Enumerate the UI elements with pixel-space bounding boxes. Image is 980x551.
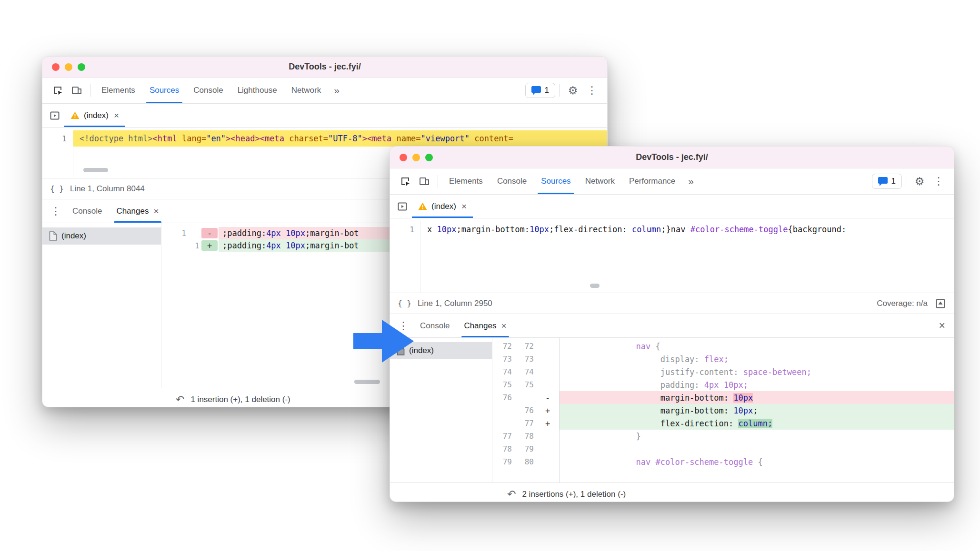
close-window-button[interactable] [400, 154, 407, 161]
diff-sign: - [201, 228, 218, 238]
code-token: 10px [733, 406, 753, 415]
code-token: ;margin-bottom: [456, 225, 530, 234]
minimize-window-button[interactable] [412, 154, 420, 161]
device-toolbar-icon[interactable] [415, 172, 434, 191]
close-changes-tab-icon[interactable]: × [501, 321, 506, 331]
horizontal-scrollbar-thumb[interactable] [590, 284, 600, 288]
drawer-tab-label: Changes [116, 207, 149, 216]
new-line-number: 76 [514, 404, 536, 417]
file-tab-index[interactable]: (index) × [64, 104, 125, 127]
diff-view: 7272 nav {7373 display: flex;7474 justif… [492, 338, 954, 482]
tab-network[interactable]: Network [284, 78, 328, 103]
drawer-tab-changes[interactable]: Changes × [109, 199, 166, 223]
inspect-element-icon[interactable] [48, 81, 67, 100]
issues-badge[interactable]: 1 [872, 174, 902, 189]
code-token [563, 419, 660, 428]
blue-arrow [353, 320, 414, 363]
old-line-number: 76 [492, 391, 514, 404]
tab-elements[interactable]: Elements [442, 168, 490, 194]
code-token: ; [753, 406, 758, 415]
old-line-number: 72 [492, 340, 514, 353]
code-line: 1 <!doctype html><html lang="en"><head><… [42, 130, 607, 147]
file-tab-index[interactable]: (index) × [412, 195, 473, 218]
new-line-number: 74 [514, 365, 536, 378]
window-controls [52, 57, 85, 77]
code-token: ;padding: [222, 241, 266, 250]
close-file-tab-icon[interactable]: × [461, 201, 467, 212]
minimize-window-button[interactable] [65, 63, 72, 71]
panel-tabs: Elements Sources Console Lighthouse Netw… [94, 78, 345, 103]
device-toolbar-icon[interactable] [67, 81, 86, 100]
file-list-item-index[interactable]: (index) [42, 227, 161, 245]
code-token: margin-bottom: [660, 406, 734, 415]
old-line-number: 78 [492, 443, 514, 455]
navigator-toggle-icon[interactable] [393, 197, 412, 216]
drawer-tab-console[interactable]: Console [65, 199, 109, 223]
changes-panel: (index) 7272 nav {7373 display: flex;747… [390, 338, 954, 482]
issues-count: 1 [545, 86, 549, 95]
code-token: column [632, 225, 661, 234]
tab-sources[interactable]: Sources [534, 168, 578, 194]
drawer-menu-icon[interactable]: ⋮ [46, 202, 65, 221]
tab-network[interactable]: Network [578, 168, 622, 194]
more-options-icon[interactable]: ⋮ [929, 172, 948, 191]
pretty-print-icon[interactable]: { } [50, 184, 64, 193]
window-title: DevTools - jec.fyi/ [42, 62, 607, 72]
message-bubble-icon [531, 86, 541, 95]
pretty-print-icon[interactable]: { } [398, 299, 411, 308]
code-token: > [362, 134, 367, 143]
code-token: content= [470, 134, 513, 143]
tab-lighthouse[interactable]: Lighthouse [230, 78, 284, 103]
tab-performance[interactable]: Performance [622, 168, 682, 194]
new-line-number: 75 [514, 378, 536, 391]
file-icon [49, 231, 57, 241]
code-token: 4px 10px [266, 241, 305, 250]
code-token [563, 457, 636, 467]
code-token: ;margin-bot [305, 241, 359, 250]
toolbar-divider [906, 175, 906, 187]
revert-icon[interactable]: ↶ [176, 394, 184, 406]
code-token [563, 354, 660, 364]
inspect-element-icon[interactable] [396, 172, 415, 191]
coverage-reveal-icon[interactable] [935, 298, 946, 309]
settings-gear-icon[interactable]: ⚙ [563, 81, 582, 100]
drawer-tab-changes[interactable]: Changes × [457, 314, 513, 337]
more-options-icon[interactable]: ⋮ [582, 81, 601, 100]
diff-code: flex-direction: column; [559, 417, 954, 430]
close-drawer-icon[interactable]: × [934, 319, 950, 332]
settings-gear-icon[interactable]: ⚙ [910, 172, 929, 191]
file-tab-label: (index) [84, 111, 109, 120]
code-token: 10px [530, 225, 549, 234]
code-token: "viewport" [421, 134, 470, 143]
code-token: charset= [284, 134, 328, 143]
close-changes-tab-icon[interactable]: × [153, 206, 159, 216]
close-window-button[interactable] [52, 63, 60, 71]
more-tabs-button[interactable]: » [328, 78, 345, 103]
old-line-number: 73 [492, 353, 514, 365]
diff-sign [536, 365, 559, 378]
code-token: margin-bottom: [660, 393, 734, 403]
new-line-number: 80 [514, 455, 536, 468]
tab-console[interactable]: Console [490, 168, 534, 194]
diff-sign [536, 378, 559, 391]
revert-icon[interactable]: ↶ [507, 488, 516, 501]
close-file-tab-icon[interactable]: × [114, 110, 119, 121]
diff-code: display: flex; [559, 353, 954, 365]
code-token: <!doctype html> [80, 134, 153, 143]
gutter-divider [559, 338, 560, 482]
fullscreen-window-button[interactable] [78, 63, 85, 71]
horizontal-scrollbar-thumb[interactable] [354, 380, 380, 384]
more-tabs-button[interactable]: » [682, 168, 700, 194]
diff-sign [536, 455, 559, 468]
fullscreen-window-button[interactable] [425, 154, 433, 161]
tab-sources[interactable]: Sources [142, 78, 186, 103]
horizontal-scrollbar-thumb[interactable] [83, 168, 108, 172]
navigator-toggle-icon[interactable] [45, 106, 64, 125]
drawer-tab-console[interactable]: Console [413, 314, 457, 337]
line-number: 1 [390, 221, 420, 237]
tab-elements[interactable]: Elements [94, 78, 142, 103]
old-line-number [492, 417, 514, 430]
tab-console[interactable]: Console [186, 78, 230, 103]
issues-badge[interactable]: 1 [525, 83, 555, 98]
diff-summary-bar: ↶ 2 insertions (+), 1 deletion (-) [390, 482, 954, 502]
